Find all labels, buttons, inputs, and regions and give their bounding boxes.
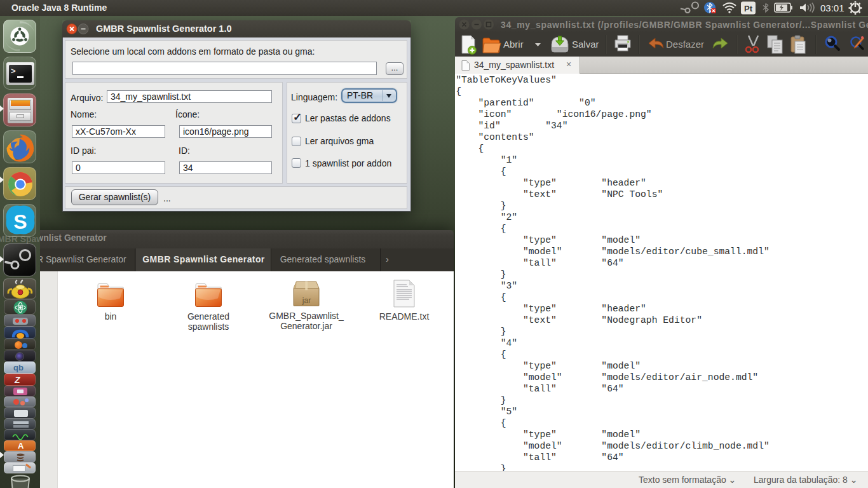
svg-text:Desfazer: Desfazer <box>666 39 704 50</box>
svg-text:Salvar: Salvar <box>572 39 599 50</box>
svg-text:S: S <box>13 210 27 233</box>
svg-text:Abrir: Abrir <box>503 39 524 50</box>
svg-text:jar: jar <box>302 296 311 305</box>
svg-text:Pt: Pt <box>744 4 753 13</box>
